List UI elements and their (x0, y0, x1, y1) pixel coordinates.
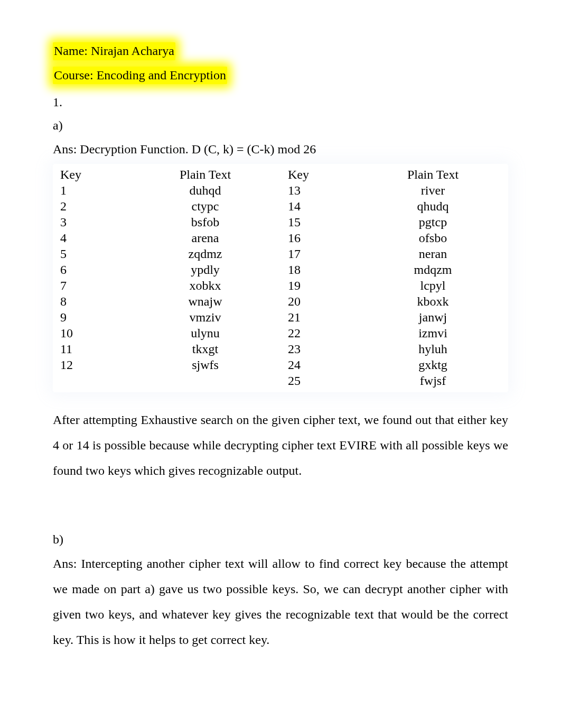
cell-key: 3 (57, 214, 134, 232)
cell-key: 15 (285, 214, 362, 232)
cell-plain: duhqd (134, 182, 276, 200)
table-right-column: Key Plain Text 13river 14qhudq 15pgtcp 1… (280, 167, 508, 389)
cell-plain: ofsbo (362, 229, 504, 247)
cell-plain: zqdmz (134, 245, 276, 263)
student-name: Name: Nirajan Acharya (53, 42, 175, 60)
table-row: 18mdqzm (285, 262, 504, 278)
table-row: 10ulynu (57, 326, 276, 342)
cell-key: 4 (57, 229, 134, 247)
table-row: 16ofsbo (285, 231, 504, 246)
table-row: 9vmziv (57, 310, 276, 326)
cell-key: 19 (285, 277, 362, 295)
table-row: 23hyluh (285, 342, 504, 357)
cell-key: 13 (285, 182, 362, 200)
cell-key: 5 (57, 245, 134, 263)
part-a-answer-line: Ans: Decryption Function. D (C, k) = (C-… (53, 141, 508, 159)
cell-plain: fwjsf (362, 372, 504, 390)
cell-plain: xobkx (134, 277, 276, 295)
table-row: 4arena (57, 231, 276, 246)
header-plain: Plain Text (134, 166, 276, 184)
table-row: 21janwj (285, 310, 504, 326)
cell-plain: ypdly (134, 261, 276, 279)
cell-key: 21 (285, 309, 362, 327)
header-plain: Plain Text (362, 166, 504, 184)
header-key: Key (57, 166, 134, 184)
cell-key: 22 (285, 325, 362, 343)
header-key: Key (285, 166, 362, 184)
table-row: 17neran (285, 246, 504, 262)
cell-plain: gxktg (362, 356, 504, 374)
part-a-label: a) (53, 117, 508, 135)
cell-key: 2 (57, 198, 134, 216)
cell-plain: neran (362, 245, 504, 263)
cell-plain: bsfob (134, 214, 276, 232)
table-left-column: Key Plain Text 1duhqd 2ctypc 3bsfob 4are… (53, 167, 280, 373)
cell-plain: river (362, 182, 504, 200)
cell-plain: vmziv (134, 309, 276, 327)
part-b-section: b) Ans: Intercepting another cipher text… (53, 531, 508, 652)
cell-key: 12 (57, 356, 134, 374)
cell-plain: pgtcp (362, 214, 504, 232)
document-page: Name: Nirajan Acharya Course: Encoding a… (0, 0, 561, 728)
cell-key: 1 (57, 182, 134, 200)
table-row: 7xobkx (57, 278, 276, 294)
table-row: 12sjwfs (57, 357, 276, 373)
cell-key: 6 (57, 261, 134, 279)
table-row: 2ctypc (57, 199, 276, 215)
table-header-row: Key Plain Text (285, 167, 504, 183)
table-row: 14qhudq (285, 199, 504, 215)
cell-key: 9 (57, 309, 134, 327)
table-row: 19lcpyl (285, 278, 504, 294)
table-header-row: Key Plain Text (57, 167, 276, 183)
cell-key: 14 (285, 198, 362, 216)
table-row: 15pgtcp (285, 215, 504, 231)
cell-key: 16 (285, 229, 362, 247)
cell-plain: kboxk (362, 293, 504, 311)
cell-plain: janwj (362, 309, 504, 327)
cell-plain: qhudq (362, 198, 504, 216)
cell-plain: arena (134, 229, 276, 247)
cell-key: 11 (57, 340, 134, 358)
decryption-table: Key Plain Text 1duhqd 2ctypc 3bsfob 4are… (53, 164, 508, 392)
table-row: 22izmvi (285, 326, 504, 342)
table-row: 8wnajw (57, 294, 276, 310)
table-row: 1duhqd (57, 183, 276, 199)
table-row: 5zqdmz (57, 246, 276, 262)
cell-plain: tkxgt (134, 340, 276, 358)
cell-plain: ulynu (134, 325, 276, 343)
cell-key: 20 (285, 293, 362, 311)
part-b-label: b) (53, 531, 508, 549)
course-block: Course: Encoding and Encryption (53, 67, 227, 87)
cell-plain: izmvi (362, 325, 504, 343)
cell-plain: mdqzm (362, 261, 504, 279)
cell-key: 25 (285, 372, 362, 390)
cell-key: 8 (57, 293, 134, 311)
table-row: 25fwjsf (285, 373, 504, 389)
table-row: 3bsfob (57, 215, 276, 231)
cell-key: 17 (285, 245, 362, 263)
cell-key: 24 (285, 356, 362, 374)
table-row: 6ypdly (57, 262, 276, 278)
cell-key: 7 (57, 277, 134, 295)
part-b-answer: Ans: Intercepting another cipher text wi… (53, 551, 508, 652)
cell-plain: hyluh (362, 340, 504, 358)
student-name-block: Name: Nirajan Acharya (53, 42, 175, 62)
cell-plain: sjwfs (134, 356, 276, 374)
cell-plain: wnajw (134, 293, 276, 311)
table-row: 24gxktg (285, 357, 504, 373)
cell-key: 18 (285, 261, 362, 279)
cell-plain: lcpyl (362, 277, 504, 295)
course-name: Course: Encoding and Encryption (53, 67, 227, 85)
cell-key: 23 (285, 340, 362, 358)
table-row: 20kboxk (285, 294, 504, 310)
table-row: 11tkxgt (57, 342, 276, 357)
part-a-explanation: After attempting Exhaustive search on th… (53, 407, 508, 483)
cell-key: 10 (57, 325, 134, 343)
table-row: 13river (285, 183, 504, 199)
question-number: 1. (53, 94, 508, 112)
cell-plain: ctypc (134, 198, 276, 216)
